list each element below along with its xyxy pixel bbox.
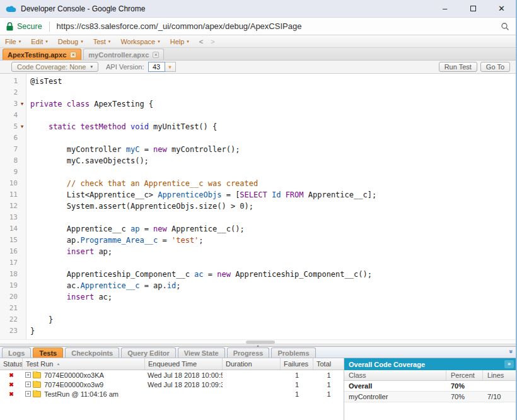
editor-horizontal-scrollbar[interactable] [0,339,516,344]
menu-debug[interactable]: Debug▾ [58,38,83,45]
col-header-total[interactable]: Total [313,358,344,370]
fold-arrow-icon[interactable]: ▼ [18,121,26,132]
col-header-status[interactable]: Status [0,358,23,370]
tab-logs[interactable]: Logs [2,347,31,358]
close-tab-icon[interactable]: ✕ [153,52,159,58]
fold-arrow-icon[interactable]: ▼ [18,98,26,110]
collapse-panel-icon[interactable]: » [508,350,515,354]
menu-label: File [5,38,16,45]
col-header-test-run[interactable]: Test Run▲ [23,358,145,370]
url-text[interactable]: https://cs83.salesforce.com/_ui/common/a… [57,21,501,31]
code-line-10: 10 // check that an Apprentice__c was cr… [0,178,516,189]
expand-row-icon[interactable]: + [25,382,31,387]
code-line-16: 16 insert ap; [0,246,516,257]
expand-row-icon[interactable]: + [25,391,31,397]
enqueued-time-cell: Wed Jul 18 2018 10:00:50 GM... [145,371,223,379]
tab-checkpoints[interactable]: Checkpoints [65,347,119,358]
failures-cell: 1 [281,381,313,388]
file-tab-apextesting-apxc[interactable]: ApexTesting.apxc✕ [3,49,81,60]
code-line-3: 3▼private class ApexTesting { [0,98,516,110]
tab-view-state[interactable]: View State [178,347,225,358]
close-tab-icon[interactable]: ✕ [70,52,76,58]
menu-edit[interactable]: Edit▾ [31,38,47,45]
nav-back-icon[interactable]: < [199,38,203,45]
api-version-label: API Version: [106,63,144,71]
caret-down-icon: ▾ [90,64,93,69]
test-run-cell[interactable]: +TestRun @ 11:04:16 am [23,390,145,398]
url-divider [49,21,50,32]
menu-test[interactable]: Test▾ [93,38,111,45]
code-text: insert ac; [26,291,112,303]
go-to-button[interactable]: Go To [480,62,510,72]
menu-help[interactable]: Help▾ [170,38,189,45]
col-header-duration[interactable]: Duration [223,358,281,370]
coverage-percent-cell: 70% [446,381,483,391]
maximize-button[interactable] [459,0,487,17]
code-text: List<Apprentice__c> ApprenticeObjs = [SE… [26,189,376,201]
col-header-enqueued-time[interactable]: Enqueued Time [145,358,223,370]
fold-spacer [18,110,26,121]
coverage-percent-cell: 70% [446,392,483,402]
expand-row-icon[interactable]: + [25,372,31,378]
secure-label[interactable]: Secure [17,22,42,31]
code-line-21: 21 [0,303,516,314]
line-number: 17 [0,257,18,269]
test-run-cell[interactable]: +7074E00000xo3w9 [23,381,145,388]
line-number: 12 [0,201,18,212]
magnifier-icon[interactable] [501,22,509,31]
coverage-row-overall[interactable]: Overall70% [344,381,516,392]
api-version-value[interactable]: 43 [148,62,165,72]
test-run-name: 7074E00000xo3KA [44,371,104,379]
coverage-col-header-percent[interactable]: Percent [446,370,483,380]
test-run-row[interactable]: ✖+7074E00000xo3w9Wed Jul 18 2018 10:09:3… [0,380,344,389]
col-header-failures[interactable]: Failures [281,358,313,370]
fold-spacer [18,212,26,223]
tab-query-editor[interactable]: Query Editor [121,347,176,358]
line-number: 21 [0,303,18,314]
coverage-col-header-class[interactable]: Class [344,370,446,380]
tab-progress[interactable]: Progress [227,347,270,358]
test-run-cell[interactable]: +7074E00000xo3KA [23,371,145,379]
code-text: ac.Apprentice__c = ap.id; [26,280,180,291]
menu-label: Debug [58,38,78,45]
caret-down-icon: ▾ [158,39,160,44]
file-tab-mycontroller-apxc[interactable]: myController.apxc✕ [83,49,164,60]
code-text [26,212,30,223]
fold-spacer [18,235,26,246]
line-number: 18 [0,269,18,280]
minimize-button[interactable]: – [431,0,459,17]
menu-file[interactable]: File▾ [5,38,21,45]
test-run-row[interactable]: ✖+7074E00000xo3KAWed Jul 18 2018 10:00:5… [0,370,344,380]
coverage-row-mycontroller[interactable]: myController70%7/10 [344,392,516,402]
code-text: ap.Programme_Area__c = 'test'; [26,235,204,246]
line-number: 5 [0,121,18,132]
coverage-panel-header: Overall Code Coverage » [344,358,516,370]
close-button[interactable]: ✕ [487,0,516,17]
line-number: 13 [0,212,18,223]
tab-problems[interactable]: Problems [271,347,315,358]
menu-workspace[interactable]: Workspace▾ [120,38,160,45]
test-run-name: TestRun @ 11:04:16 am [44,390,119,398]
caret-down-icon: ▾ [81,39,83,44]
status-cell: ✖ [0,372,23,378]
code-line-14: 14 Apprentice__c ap = new Apprentice__c(… [0,223,516,235]
fold-spacer [18,280,26,291]
code-line-17: 17 [0,257,516,269]
failures-cell: 1 [281,390,313,398]
fold-spacer [18,201,26,212]
line-number: 20 [0,291,18,303]
test-run-row[interactable]: ✖+TestRun @ 11:04:16 am11 [0,389,344,399]
code-editor[interactable]: 1@isTest23▼private class ApexTesting {45… [0,74,516,339]
nav-forward-icon[interactable]: > [211,38,214,45]
line-number: 22 [0,314,18,325]
fold-spacer [18,155,26,166]
maximize-icon [470,6,476,11]
line-number: 4 [0,110,18,121]
run-test-button[interactable]: Run Test [439,62,477,72]
expand-coverage-icon[interactable]: » [504,360,514,368]
code-coverage-button[interactable]: Code Coverage: None ▾ [11,62,98,72]
coverage-col-header-lines[interactable]: Lines [483,370,516,380]
api-version-dropdown-icon[interactable]: ▾ [165,62,176,72]
tab-tests[interactable]: Tests [33,347,63,358]
code-text: } [26,314,53,325]
